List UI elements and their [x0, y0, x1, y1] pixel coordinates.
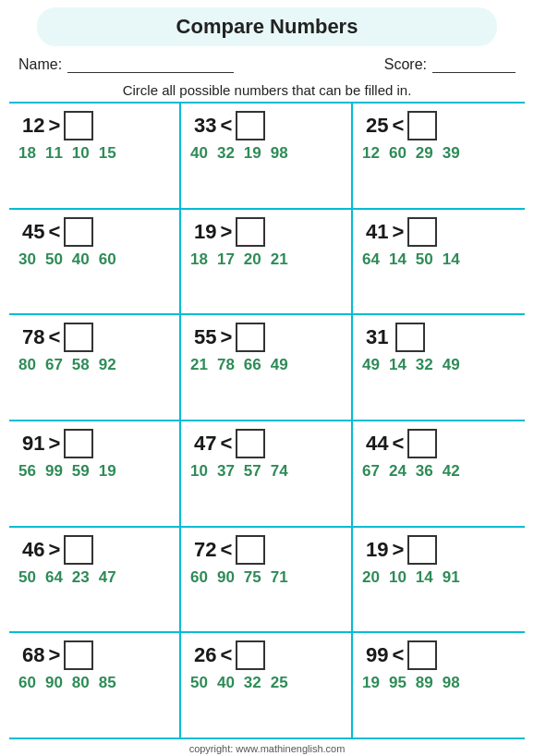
choice-3-1[interactable]: 50: [45, 250, 63, 269]
choice-2-1[interactable]: 60: [389, 144, 407, 163]
choice-2-2[interactable]: 29: [416, 144, 433, 163]
choice-2-3[interactable]: 39: [443, 144, 460, 163]
expr-row-7: 55>: [187, 323, 265, 352]
choice-14-0[interactable]: 20: [362, 568, 380, 587]
choice-3-0[interactable]: 30: [18, 250, 36, 269]
choice-17-3[interactable]: 98: [443, 674, 460, 692]
choice-1-3[interactable]: 98: [271, 144, 288, 163]
choice-10-2[interactable]: 57: [244, 462, 261, 481]
choice-7-3[interactable]: 49: [271, 356, 288, 374]
choice-5-0[interactable]: 64: [362, 250, 380, 269]
choice-10-0[interactable]: 10: [190, 462, 208, 481]
choice-6-1[interactable]: 67: [45, 356, 63, 374]
choice-7-2[interactable]: 66: [244, 356, 261, 374]
choice-11-3[interactable]: 42: [443, 462, 460, 481]
expr-row-3: 45<: [15, 217, 93, 247]
choice-9-2[interactable]: 59: [72, 462, 90, 481]
choice-16-3[interactable]: 25: [271, 674, 288, 692]
choice-8-3[interactable]: 49: [443, 356, 460, 374]
choice-7-0[interactable]: 21: [190, 356, 208, 374]
answer-box-8[interactable]: [395, 323, 425, 352]
choice-13-1[interactable]: 90: [217, 568, 235, 587]
choice-2-0[interactable]: 12: [362, 144, 380, 163]
choice-15-1[interactable]: 90: [45, 674, 63, 692]
choice-14-1[interactable]: 10: [389, 568, 407, 587]
choice-7-1[interactable]: 78: [217, 356, 235, 374]
choice-16-1[interactable]: 40: [217, 674, 235, 692]
choice-17-0[interactable]: 19: [362, 674, 380, 692]
score-field[interactable]: [432, 55, 516, 73]
answer-box-11[interactable]: [407, 429, 437, 458]
answer-box-10[interactable]: [236, 429, 265, 458]
choice-13-3[interactable]: 71: [271, 568, 288, 587]
choice-4-3[interactable]: 21: [271, 250, 288, 269]
choice-9-0[interactable]: 56: [18, 462, 36, 481]
choice-3-3[interactable]: 60: [99, 250, 116, 269]
answer-box-0[interactable]: [64, 111, 93, 140]
choice-5-3[interactable]: 14: [443, 250, 460, 269]
choice-1-0[interactable]: 40: [190, 144, 208, 163]
choice-0-1[interactable]: 11: [45, 144, 63, 163]
choice-10-3[interactable]: 74: [271, 462, 288, 481]
choice-13-2[interactable]: 75: [244, 568, 261, 587]
choice-11-2[interactable]: 36: [416, 462, 433, 481]
expr-operator-6: <: [48, 325, 60, 349]
choice-6-0[interactable]: 80: [18, 356, 36, 374]
choice-8-0[interactable]: 49: [362, 356, 380, 374]
choice-17-1[interactable]: 95: [389, 674, 407, 692]
choice-9-1[interactable]: 99: [45, 462, 63, 481]
choice-16-0[interactable]: 50: [190, 674, 208, 692]
choice-13-0[interactable]: 60: [190, 568, 208, 587]
answer-box-5[interactable]: [407, 217, 437, 247]
choice-12-3[interactable]: 47: [99, 568, 116, 587]
choice-12-1[interactable]: 64: [45, 568, 63, 587]
name-label: Name:: [18, 56, 62, 73]
choice-3-2[interactable]: 40: [72, 250, 90, 269]
choice-10-1[interactable]: 37: [217, 462, 235, 481]
choice-6-2[interactable]: 58: [72, 356, 90, 374]
choice-11-0[interactable]: 67: [362, 462, 380, 481]
choice-14-3[interactable]: 91: [443, 568, 460, 587]
choice-15-0[interactable]: 60: [18, 674, 36, 692]
name-field[interactable]: [67, 55, 234, 73]
answer-box-12[interactable]: [64, 535, 93, 565]
answer-box-13[interactable]: [236, 535, 265, 565]
choice-12-0[interactable]: 50: [18, 568, 36, 587]
answer-box-1[interactable]: [236, 111, 265, 140]
choice-1-2[interactable]: 19: [244, 144, 261, 163]
answer-box-9[interactable]: [64, 429, 93, 458]
expr-row-1: 33<: [187, 111, 265, 140]
choice-1-1[interactable]: 32: [217, 144, 235, 163]
choice-17-2[interactable]: 89: [416, 674, 433, 692]
expr-number-5: 41: [366, 220, 388, 244]
answer-box-17[interactable]: [407, 640, 437, 670]
choice-9-3[interactable]: 19: [99, 462, 116, 481]
choice-15-3[interactable]: 85: [99, 674, 116, 692]
choice-15-2[interactable]: 80: [72, 674, 90, 692]
answer-box-4[interactable]: [236, 217, 265, 247]
choice-12-2[interactable]: 23: [72, 568, 90, 587]
choice-4-2[interactable]: 20: [244, 250, 261, 269]
choice-5-1[interactable]: 14: [389, 250, 407, 269]
choice-4-1[interactable]: 17: [217, 250, 235, 269]
answer-box-16[interactable]: [236, 640, 265, 670]
expr-row-16: 26<: [187, 640, 265, 670]
choice-0-0[interactable]: 18: [18, 144, 36, 163]
answer-box-14[interactable]: [407, 535, 437, 565]
expr-number-0: 12: [22, 114, 44, 138]
answer-box-3[interactable]: [64, 217, 93, 247]
choice-8-1[interactable]: 14: [389, 356, 407, 374]
answer-box-15[interactable]: [64, 640, 93, 670]
choice-6-3[interactable]: 92: [99, 356, 116, 374]
choice-4-0[interactable]: 18: [190, 250, 208, 269]
answer-box-2[interactable]: [407, 111, 437, 140]
choice-14-2[interactable]: 14: [416, 568, 433, 587]
choice-5-2[interactable]: 50: [416, 250, 433, 269]
choice-8-2[interactable]: 32: [416, 356, 433, 374]
choice-0-2[interactable]: 10: [72, 144, 90, 163]
answer-box-6[interactable]: [64, 323, 93, 352]
choice-0-3[interactable]: 15: [99, 144, 116, 163]
choice-16-2[interactable]: 32: [244, 674, 261, 692]
choice-11-1[interactable]: 24: [389, 462, 407, 481]
answer-box-7[interactable]: [236, 323, 265, 352]
